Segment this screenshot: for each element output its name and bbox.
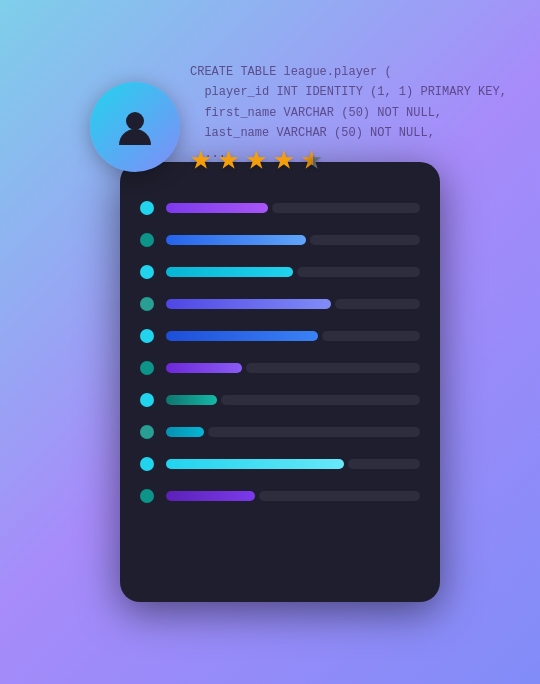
scene: CREATE TABLE league.player ( player_id I… xyxy=(80,62,460,622)
dot-indicator xyxy=(140,489,154,503)
bar-trailing xyxy=(322,331,420,341)
bar-trailing xyxy=(246,363,420,373)
progress-bar xyxy=(166,427,204,437)
progress-bar xyxy=(166,203,268,213)
bar-trailing xyxy=(348,459,420,469)
bar-container xyxy=(166,267,420,277)
progress-bar xyxy=(166,459,344,469)
bar-trailing xyxy=(310,235,420,245)
bar-container xyxy=(166,363,420,373)
progress-bar xyxy=(166,395,217,405)
progress-bar xyxy=(166,235,306,245)
list-item xyxy=(140,256,420,288)
bar-trailing xyxy=(208,427,420,437)
bar-container xyxy=(166,235,420,245)
bar-container xyxy=(166,427,420,437)
star-2: ★ xyxy=(218,142,240,178)
dot-indicator xyxy=(140,425,154,439)
dot-indicator xyxy=(140,201,154,215)
bar-trailing xyxy=(297,267,420,277)
bar-container xyxy=(166,395,420,405)
avatar xyxy=(90,82,180,172)
bar-trailing xyxy=(335,299,420,309)
bar-container xyxy=(166,203,420,213)
dot-indicator xyxy=(140,329,154,343)
main-card xyxy=(120,162,440,602)
user-icon xyxy=(111,103,159,151)
list-item xyxy=(140,288,420,320)
star-3: ★ xyxy=(245,142,267,178)
list-item xyxy=(140,320,420,352)
progress-bar xyxy=(166,299,331,309)
dot-indicator xyxy=(140,393,154,407)
star-1: ★ xyxy=(190,142,212,178)
dot-indicator xyxy=(140,233,154,247)
progress-bar xyxy=(166,267,293,277)
star-4: ★ xyxy=(273,142,295,178)
list-item xyxy=(140,448,420,480)
svg-point-0 xyxy=(126,112,144,130)
star-5-half: ★ xyxy=(301,142,323,178)
list-item xyxy=(140,480,420,512)
list-item xyxy=(140,352,420,384)
dot-indicator xyxy=(140,297,154,311)
bar-trailing xyxy=(221,395,420,405)
bar-container xyxy=(166,331,420,341)
bar-container xyxy=(166,299,420,309)
row-list xyxy=(140,192,420,512)
rating-stars: ★ ★ ★ ★ ★ xyxy=(190,142,322,178)
list-item xyxy=(140,192,420,224)
list-item xyxy=(140,384,420,416)
dot-indicator xyxy=(140,361,154,375)
bar-container xyxy=(166,491,420,501)
progress-bar xyxy=(166,491,255,501)
list-item xyxy=(140,224,420,256)
dot-indicator xyxy=(140,457,154,471)
bar-trailing xyxy=(259,491,420,501)
dot-indicator xyxy=(140,265,154,279)
bar-container xyxy=(166,459,420,469)
bar-trailing xyxy=(272,203,420,213)
list-item xyxy=(140,416,420,448)
progress-bar xyxy=(166,331,318,341)
progress-bar xyxy=(166,363,242,373)
